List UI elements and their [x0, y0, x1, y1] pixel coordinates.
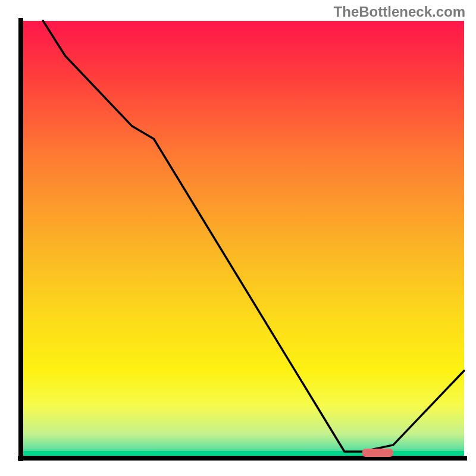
- watermark-text: TheBottleneck.com: [334, 4, 465, 20]
- highlight-marker: [362, 449, 393, 457]
- chart-svg: [0, 0, 476, 476]
- plot-background: [21, 21, 464, 458]
- bottleneck-chart: [0, 0, 476, 476]
